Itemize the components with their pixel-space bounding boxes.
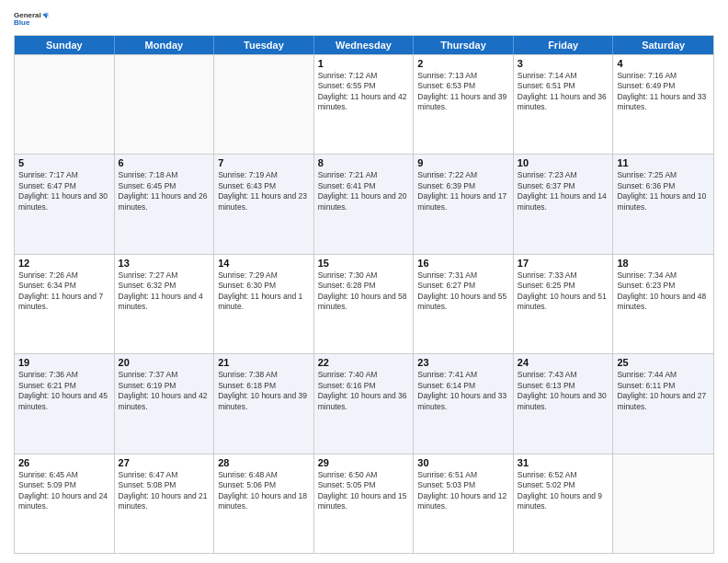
day-info: Sunrise: 6:48 AM Sunset: 5:06 PM Dayligh…	[218, 470, 310, 512]
day-info: Sunrise: 6:52 AM Sunset: 5:02 PM Dayligh…	[518, 470, 609, 512]
header-day-friday: Friday	[514, 36, 614, 54]
logo-icon: General Blue	[14, 9, 51, 28]
day-number: 4	[617, 58, 710, 69]
calendar: SundayMondayTuesdayWednesdayThursdayFrid…	[14, 35, 714, 554]
header-day-sunday: Sunday	[15, 36, 115, 54]
cal-cell-empty	[15, 55, 115, 154]
day-info: Sunrise: 7:16 AM Sunset: 6:49 PM Dayligh…	[617, 71, 710, 113]
page: General Blue SundayMondayTuesdayWednesda…	[0, 0, 728, 563]
cal-cell-day-22: 22Sunrise: 7:40 AM Sunset: 6:16 PM Dayli…	[314, 354, 415, 453]
day-number: 1	[318, 58, 410, 69]
cal-cell-day-16: 16Sunrise: 7:31 AM Sunset: 6:27 PM Dayli…	[414, 255, 514, 353]
cal-cell-day-8: 8Sunrise: 7:21 AM Sunset: 6:41 PM Daylig…	[314, 155, 415, 253]
calendar-header-row: SundayMondayTuesdayWednesdayThursdayFrid…	[15, 36, 713, 54]
cal-cell-empty	[115, 55, 215, 154]
day-number: 18	[617, 258, 710, 269]
day-info: Sunrise: 7:41 AM Sunset: 6:14 PM Dayligh…	[417, 370, 509, 412]
day-number: 30	[417, 457, 509, 468]
cal-cell-day-2: 2Sunrise: 7:13 AM Sunset: 6:53 PM Daylig…	[414, 55, 514, 154]
day-info: Sunrise: 7:25 AM Sunset: 6:36 PM Dayligh…	[617, 170, 710, 213]
day-number: 31	[518, 457, 609, 468]
cal-week-4: 19Sunrise: 7:36 AM Sunset: 6:21 PM Dayli…	[15, 353, 713, 453]
day-number: 20	[119, 357, 210, 368]
cal-cell-day-9: 9Sunrise: 7:22 AM Sunset: 6:39 PM Daylig…	[414, 155, 514, 253]
day-info: Sunrise: 6:47 AM Sunset: 5:08 PM Dayligh…	[119, 470, 210, 512]
svg-text:Blue: Blue	[14, 18, 30, 27]
day-number: 16	[417, 258, 509, 269]
cal-cell-day-24: 24Sunrise: 7:43 AM Sunset: 6:13 PM Dayli…	[514, 354, 614, 453]
calendar-body: 1Sunrise: 7:12 AM Sunset: 6:55 PM Daylig…	[15, 54, 713, 553]
cal-cell-day-21: 21Sunrise: 7:38 AM Sunset: 6:18 PM Dayli…	[214, 354, 314, 453]
day-number: 3	[518, 58, 609, 69]
day-number: 2	[417, 58, 509, 69]
day-info: Sunrise: 7:37 AM Sunset: 6:19 PM Dayligh…	[119, 370, 210, 412]
day-number: 28	[218, 457, 310, 468]
day-info: Sunrise: 7:13 AM Sunset: 6:53 PM Dayligh…	[417, 71, 509, 113]
day-number: 9	[417, 157, 509, 168]
day-number: 25	[617, 357, 710, 368]
cal-cell-day-28: 28Sunrise: 6:48 AM Sunset: 5:06 PM Dayli…	[214, 454, 314, 553]
header-day-saturday: Saturday	[613, 36, 713, 54]
header: General Blue	[14, 9, 714, 28]
day-info: Sunrise: 7:18 AM Sunset: 6:45 PM Dayligh…	[119, 170, 210, 213]
day-info: Sunrise: 7:38 AM Sunset: 6:18 PM Dayligh…	[218, 370, 310, 412]
day-number: 11	[617, 157, 710, 168]
day-number: 22	[318, 357, 410, 368]
day-number: 7	[218, 157, 310, 168]
cal-cell-day-1: 1Sunrise: 7:12 AM Sunset: 6:55 PM Daylig…	[314, 55, 415, 154]
cal-cell-day-15: 15Sunrise: 7:30 AM Sunset: 6:28 PM Dayli…	[314, 255, 415, 353]
cal-week-3: 12Sunrise: 7:26 AM Sunset: 6:34 PM Dayli…	[15, 254, 713, 353]
day-number: 8	[318, 157, 410, 168]
day-info: Sunrise: 7:36 AM Sunset: 6:21 PM Dayligh…	[18, 370, 110, 412]
day-info: Sunrise: 7:27 AM Sunset: 6:32 PM Dayligh…	[119, 270, 210, 313]
cal-cell-day-17: 17Sunrise: 7:33 AM Sunset: 6:25 PM Dayli…	[514, 255, 614, 353]
cal-week-5: 26Sunrise: 6:45 AM Sunset: 5:09 PM Dayli…	[15, 454, 713, 553]
header-day-tuesday: Tuesday	[214, 36, 314, 54]
day-info: Sunrise: 7:22 AM Sunset: 6:39 PM Dayligh…	[417, 170, 509, 213]
day-info: Sunrise: 7:26 AM Sunset: 6:34 PM Dayligh…	[18, 270, 110, 313]
day-info: Sunrise: 7:31 AM Sunset: 6:27 PM Dayligh…	[417, 270, 509, 313]
day-number: 24	[518, 357, 609, 368]
day-number: 29	[318, 457, 410, 468]
day-info: Sunrise: 7:30 AM Sunset: 6:28 PM Dayligh…	[318, 270, 410, 313]
cal-week-1: 1Sunrise: 7:12 AM Sunset: 6:55 PM Daylig…	[15, 54, 713, 154]
day-info: Sunrise: 7:14 AM Sunset: 6:51 PM Dayligh…	[518, 71, 609, 113]
day-number: 5	[18, 157, 110, 168]
day-info: Sunrise: 7:17 AM Sunset: 6:47 PM Dayligh…	[18, 170, 110, 213]
header-day-thursday: Thursday	[414, 36, 514, 54]
cal-cell-day-7: 7Sunrise: 7:19 AM Sunset: 6:43 PM Daylig…	[214, 155, 314, 253]
cal-cell-day-4: 4Sunrise: 7:16 AM Sunset: 6:49 PM Daylig…	[613, 55, 713, 154]
cal-cell-day-31: 31Sunrise: 6:52 AM Sunset: 5:02 PM Dayli…	[514, 454, 614, 553]
day-info: Sunrise: 6:50 AM Sunset: 5:05 PM Dayligh…	[318, 470, 410, 512]
cal-cell-empty	[613, 454, 713, 553]
header-day-monday: Monday	[115, 36, 215, 54]
day-number: 27	[119, 457, 210, 468]
header-day-wednesday: Wednesday	[314, 36, 415, 54]
day-info: Sunrise: 7:29 AM Sunset: 6:30 PM Dayligh…	[218, 270, 310, 313]
cal-cell-day-10: 10Sunrise: 7:23 AM Sunset: 6:37 PM Dayli…	[514, 155, 614, 253]
day-info: Sunrise: 7:33 AM Sunset: 6:25 PM Dayligh…	[518, 270, 609, 313]
day-number: 12	[18, 258, 110, 269]
cal-cell-day-18: 18Sunrise: 7:34 AM Sunset: 6:23 PM Dayli…	[613, 255, 713, 353]
cal-cell-day-6: 6Sunrise: 7:18 AM Sunset: 6:45 PM Daylig…	[115, 155, 215, 253]
day-number: 21	[218, 357, 310, 368]
cal-cell-day-23: 23Sunrise: 7:41 AM Sunset: 6:14 PM Dayli…	[414, 354, 514, 453]
day-number: 23	[417, 357, 509, 368]
day-number: 26	[18, 457, 110, 468]
day-info: Sunrise: 7:12 AM Sunset: 6:55 PM Dayligh…	[318, 71, 410, 113]
day-info: Sunrise: 7:43 AM Sunset: 6:13 PM Dayligh…	[518, 370, 609, 412]
cal-cell-day-25: 25Sunrise: 7:44 AM Sunset: 6:11 PM Dayli…	[613, 354, 713, 453]
day-number: 17	[518, 258, 609, 269]
cal-cell-day-14: 14Sunrise: 7:29 AM Sunset: 6:30 PM Dayli…	[214, 255, 314, 353]
day-number: 10	[518, 157, 609, 168]
day-info: Sunrise: 7:21 AM Sunset: 6:41 PM Dayligh…	[318, 170, 410, 213]
cal-cell-day-19: 19Sunrise: 7:36 AM Sunset: 6:21 PM Dayli…	[15, 354, 115, 453]
cal-cell-day-12: 12Sunrise: 7:26 AM Sunset: 6:34 PM Dayli…	[15, 255, 115, 353]
day-number: 13	[119, 258, 210, 269]
day-number: 19	[18, 357, 110, 368]
day-info: Sunrise: 6:51 AM Sunset: 5:03 PM Dayligh…	[417, 470, 509, 512]
cal-week-2: 5Sunrise: 7:17 AM Sunset: 6:47 PM Daylig…	[15, 154, 713, 253]
day-info: Sunrise: 7:19 AM Sunset: 6:43 PM Dayligh…	[218, 170, 310, 213]
day-info: Sunrise: 7:34 AM Sunset: 6:23 PM Dayligh…	[617, 270, 710, 313]
cal-cell-day-27: 27Sunrise: 6:47 AM Sunset: 5:08 PM Dayli…	[115, 454, 215, 553]
